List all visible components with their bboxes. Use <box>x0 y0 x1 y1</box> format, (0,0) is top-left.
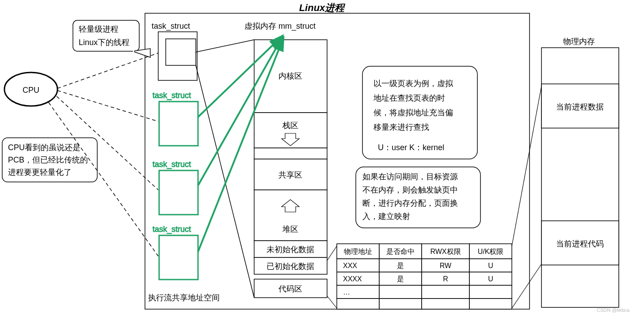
cpu-note-line1: CPU看到的虽说还是 <box>8 143 80 152</box>
pagetable-note-2: 如果在访问期间，目标资源 不在内存，则会触发缺页中 断，进行内存分配，页面换 入… <box>356 167 480 228</box>
pt-r1-phys: XXXX <box>343 275 362 283</box>
thread-bubble-line2: Linux下的线程 <box>79 38 130 47</box>
svg-rect-25 <box>422 285 469 299</box>
thread-bubble: 轻量级进程 Linux下的线程 <box>73 20 150 57</box>
exec-share-label: 执行流共享地址空间 <box>148 293 220 302</box>
mm-to-pt-2 <box>327 296 337 308</box>
svg-rect-27 <box>337 299 379 309</box>
mm-bss: 未初始化数据 <box>267 245 314 254</box>
task-mm-link-top1 <box>196 40 254 52</box>
mm-code: 代码区 <box>278 284 302 293</box>
svg-rect-26 <box>469 285 512 299</box>
task-struct-box-3 <box>159 170 198 215</box>
cpu-note-bubble: CPU看到的虽说还是 PCB，但已经比传统的 进程要更轻量化了 <box>2 138 97 182</box>
cpu-note-line2: PCB，但已经比传统的 <box>8 155 88 164</box>
pagetable-note-1: 以一级页表为例，虚拟 地址在查找页表的时 候，将虚拟地址充当偏 移量来进行查找 … <box>362 66 477 159</box>
svg-rect-29 <box>422 299 469 309</box>
note2-line4: 入，建立映射 <box>362 212 410 221</box>
mm-shared: 共享区 <box>278 170 302 179</box>
mm-data: 已初始化数据 <box>267 262 314 271</box>
mm-to-pt-1 <box>327 246 337 261</box>
note2-line1: 如果在访问期间，目标资源 <box>362 172 458 181</box>
task-mm-link-top2 <box>196 65 254 298</box>
page-table: 物理地址 是否命中 RWX权限 U/K权限 XXX 是 RW U XXXX 是 … <box>337 244 512 309</box>
pt-r2-phys: … <box>343 288 350 296</box>
pt-r1-uk: U <box>488 275 493 283</box>
pt-h-uk: U/K权限 <box>478 248 504 255</box>
task-struct-label-4: task_struct <box>152 225 191 234</box>
pt-r0-rwx: RW <box>440 262 452 269</box>
pt-to-phys-1 <box>512 86 541 246</box>
note1-line1: 以一级页表为例，虚拟 <box>373 79 453 88</box>
cpu-label: CPU <box>23 86 39 95</box>
diagram-title: Linux进程 <box>299 2 346 13</box>
note2-line3: 断，进行内存分配，页面换 <box>362 199 458 208</box>
mm-heap: 堆区 <box>282 225 298 234</box>
mm-stack: 栈区 <box>282 121 298 130</box>
pt-r1-rwx: R <box>443 275 448 283</box>
cpu-link-2 <box>57 91 158 121</box>
pt-h-hit: 是否命中 <box>386 248 415 255</box>
physmem-data-label: 当前进程数据 <box>556 102 604 111</box>
cpu-link-1 <box>57 53 158 88</box>
task-struct-label-top: task_struct <box>152 22 190 31</box>
mm-struct-column: 内核区 栈区 共享区 堆区 未初始化数据 已初始化数据 代码区 <box>254 40 327 298</box>
note1-line3: 候，将虚拟地址充当偏 <box>373 108 453 117</box>
task-struct-box-4 <box>159 235 198 280</box>
mm-gap <box>254 148 327 159</box>
physmem-title: 物理内存 <box>563 37 595 46</box>
note1-line2: 地址在查找页表的时 <box>373 94 445 102</box>
pt-h-rwx: RWX权限 <box>430 248 461 255</box>
svg-rect-24 <box>379 285 422 299</box>
mm-struct-label: 虚拟内存 mm_struct <box>244 22 316 31</box>
watermark: CSDN @kkbca <box>597 307 630 313</box>
cpu-note-line3: 进程要更轻量化了 <box>8 168 72 177</box>
pt-r0-uk: U <box>488 262 493 269</box>
pt-r1-hit: 是 <box>397 275 404 283</box>
note1-line5: U：user K：kernel <box>378 143 444 152</box>
pt-r0-hit: 是 <box>397 262 404 269</box>
task-struct-label-3: task_struct <box>152 160 191 169</box>
task-struct-label-2: task_struct <box>152 91 191 100</box>
pt-h-phys: 物理地址 <box>344 248 372 255</box>
task-struct-box-2 <box>159 102 198 146</box>
thread-bubble-line1: 轻量级进程 <box>79 25 118 34</box>
svg-rect-28 <box>379 299 422 309</box>
mm-kernel: 内核区 <box>278 72 302 80</box>
pt-r0-phys: XXX <box>343 262 357 269</box>
note2-line2: 不在内存，则会触发缺页中 <box>362 185 458 194</box>
task-struct-inner-1 <box>166 39 196 65</box>
physmem-code-label: 当前进程代码 <box>556 239 604 248</box>
pt-to-phys-2 <box>512 264 541 308</box>
svg-rect-30 <box>469 299 512 309</box>
note1-line4: 移量来进行查找 <box>373 123 429 132</box>
